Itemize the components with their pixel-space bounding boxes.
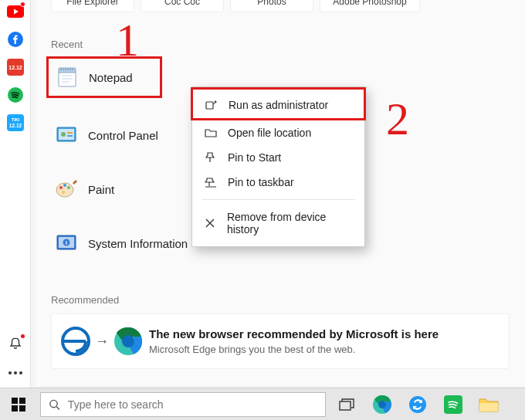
bell-icon[interactable] [7, 335, 24, 352]
recent-item-label: Control Panel [88, 129, 158, 142]
windows-logo-icon [12, 398, 25, 412]
tile-coc-coc[interactable]: Coc Coc [141, 0, 224, 12]
more-icon[interactable] [7, 364, 24, 381]
pin-start-icon [205, 151, 217, 164]
edge-chromium-icon [112, 325, 144, 357]
facebook-icon[interactable] [7, 31, 24, 48]
recommended-card-edge[interactable]: → The new browser recommended by Microso… [51, 313, 510, 369]
tile-photos[interactable]: Photos [230, 0, 313, 12]
ctx-run-as-administrator[interactable]: Run as administrator [191, 87, 366, 120]
search-input[interactable] [68, 398, 317, 411]
youtube-icon[interactable] [7, 3, 24, 20]
taskbar-app-file-explorer[interactable] [479, 395, 499, 415]
ctx-item-label: Run as administrator [229, 99, 328, 111]
taskbar [0, 388, 525, 420]
tile-adobe-photoshop[interactable]: Adobe Photoshop [320, 0, 420, 12]
shopee-12-12-icon[interactable]: 12.12 [7, 59, 24, 76]
taskbar-app-spotify[interactable] [443, 395, 463, 415]
close-icon [205, 217, 216, 229]
notification-dot-icon [20, 334, 25, 339]
svg-point-22 [62, 191, 65, 194]
ctx-remove-from-history[interactable]: Remove from device history [192, 205, 364, 242]
svg-rect-16 [67, 132, 73, 134]
svg-text:12.12: 12.12 [8, 65, 22, 70]
svg-point-10 [19, 371, 22, 374]
tiki-12-12-icon[interactable]: TIKI12.12 [7, 114, 24, 131]
taskbar-app-edge[interactable] [372, 395, 392, 415]
recommended-section: Recommended → The new browser recommende… [51, 294, 510, 369]
edge-legacy-icon [59, 325, 92, 357]
taskbar-search-box[interactable] [40, 392, 326, 417]
svg-text:TIKI: TIKI [11, 117, 19, 122]
ctx-item-label: Pin to taskbar [228, 176, 294, 188]
svg-point-8 [8, 371, 12, 374]
tile-label: Adobe Photoshop [333, 0, 406, 7]
ctx-item-label: Open file location [228, 127, 311, 139]
recent-item-label: System Information [88, 237, 188, 250]
pinned-tiles-row: File Explorer Coc Coc Photos Adobe Photo… [51, 0, 510, 12]
recommended-section-label: Recommended [51, 294, 510, 306]
arrow-right-icon: → [95, 334, 109, 350]
task-view-icon [339, 398, 354, 411]
context-menu: Run as administrator Open file location … [191, 86, 365, 247]
ctx-pin-to-start[interactable]: Pin to Start [192, 145, 364, 170]
svg-rect-31 [12, 398, 18, 404]
notification-dot-icon [20, 2, 25, 7]
svg-rect-34 [19, 405, 25, 412]
task-view-button[interactable] [337, 395, 357, 415]
ctx-item-label: Remove from device history [227, 211, 352, 235]
recent-item-label: Paint [88, 183, 114, 196]
edge-upgrade-graphic: → [59, 325, 144, 357]
tile-label: Coc Coc [164, 0, 200, 7]
svg-rect-32 [19, 398, 25, 404]
tile-label: File Explorer [66, 0, 118, 7]
spotify-icon [444, 395, 462, 414]
svg-rect-41 [479, 403, 498, 412]
svg-point-38 [378, 401, 386, 408]
left-app-strip: 12.12 TIKI12.12 [0, 0, 31, 420]
update-arrows-icon [408, 395, 427, 414]
recommended-subtitle: Microsoft Edge brings you the best of th… [149, 344, 439, 355]
recommended-title: The new browser recommended by Microsoft… [149, 327, 439, 340]
system-information-icon: i [56, 232, 77, 254]
svg-rect-30 [206, 102, 213, 109]
context-menu-separator [202, 199, 355, 200]
control-panel-icon [56, 124, 77, 146]
ctx-pin-to-taskbar[interactable]: Pin to taskbar [192, 170, 364, 195]
paint-icon [56, 178, 77, 200]
pin-taskbar-icon [205, 176, 217, 188]
spotify-icon[interactable] [7, 86, 24, 103]
file-explorer-icon [479, 396, 499, 413]
annotation-number-2: 2 [386, 93, 409, 146]
recent-item-label: Notepad [89, 71, 133, 84]
svg-point-19 [59, 186, 63, 189]
edge-icon [372, 395, 392, 415]
ctx-item-label: Pin to Start [228, 151, 281, 164]
svg-point-29 [122, 335, 134, 347]
shield-run-icon [205, 99, 218, 111]
svg-rect-17 [67, 135, 73, 137]
notepad-icon [56, 66, 78, 88]
svg-point-35 [50, 400, 57, 407]
svg-text:i: i [66, 240, 67, 246]
svg-point-15 [61, 132, 66, 137]
svg-rect-33 [12, 405, 18, 412]
svg-point-21 [67, 186, 70, 189]
recent-item-notepad[interactable]: Notepad [46, 56, 162, 98]
annotation-number-1: 1 [116, 14, 139, 67]
tile-file-explorer[interactable]: File Explorer [51, 0, 134, 12]
tile-label: Photos [257, 0, 286, 7]
start-button[interactable] [0, 388, 37, 421]
svg-point-9 [14, 371, 17, 374]
folder-open-icon [205, 127, 217, 139]
svg-rect-36 [340, 401, 351, 410]
svg-text:12.12: 12.12 [8, 123, 22, 128]
svg-point-39 [409, 396, 426, 413]
taskbar-app-update[interactable] [408, 395, 428, 415]
svg-point-20 [63, 184, 66, 187]
search-icon [49, 398, 60, 411]
ctx-open-file-location[interactable]: Open file location [192, 120, 364, 145]
